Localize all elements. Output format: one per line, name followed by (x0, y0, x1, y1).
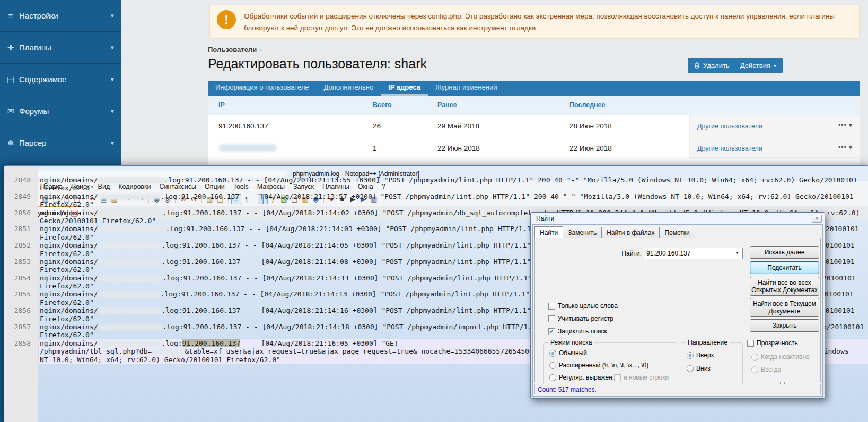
direction-up-radio[interactable]: Вверх (687, 351, 714, 359)
find-all-current-doc-button[interactable]: Найти все в Текущем Документе (750, 298, 819, 317)
match-case-checkbox[interactable]: Учитывать регистр (548, 315, 613, 322)
latest-cell: 22 Июн 2018 (569, 144, 612, 152)
find-field-label: Найти: (612, 250, 642, 257)
breadcrumb-chevron-icon: › (259, 46, 261, 54)
find-status-bar: Count: 517 matches. (534, 384, 821, 394)
chevron-down-icon: ▾ (110, 75, 114, 83)
checkbox-icon (747, 340, 754, 347)
chevron-down-icon: ▾ (110, 12, 114, 20)
whole-word-checkbox[interactable]: Только целые слова (548, 302, 618, 310)
radio-selected-icon (549, 350, 556, 357)
screen: ≡Настройки▾✚Плагины▾▤Содержимое▾✉Форумы▾… (0, 0, 868, 422)
latest-cell: 28 Июн 2018 (569, 122, 612, 130)
sidebar-item-label: Содержимое (19, 75, 67, 84)
breadcrumb-users-link[interactable]: Пользователи (208, 46, 257, 54)
find-dialog-body: НайтиЗаменитьНайти в файлахПометки Найти… (532, 224, 823, 397)
tab-user-info[interactable]: Информация о пользователе (208, 81, 317, 96)
search-mode-group: Режим поиска Обычный Расширенный (\r, \n… (543, 342, 677, 386)
content-icon: ▤ (5, 75, 16, 84)
tab-additional[interactable]: Дополнительно (317, 81, 381, 96)
find-dialog-tab-1[interactable]: Найти (534, 226, 563, 239)
count-button[interactable]: Подсчитать (750, 261, 819, 274)
chevron-down-icon: ▾ (110, 139, 114, 147)
mode-normal-radio[interactable]: Обычный (549, 349, 587, 357)
regex-newlines-checkbox: и новые строки (614, 374, 669, 381)
tab-change-log[interactable]: Журнал изменений (428, 81, 505, 96)
sidebar-item-plugins[interactable]: ✚Плагины▾ (0, 32, 121, 64)
radio-disabled-icon (751, 354, 758, 361)
column-header: Всего (373, 101, 392, 109)
sidebar-item-label: Парсер (19, 138, 47, 147)
admin-tab-bar: Информация о пользователеДополнительноIP… (208, 81, 860, 96)
tab-ip-addresses[interactable]: IP адреса (381, 81, 428, 96)
chevron-down-icon: ▾ (110, 107, 114, 115)
mode-extended-radio[interactable]: Расширенный (\r, \n, \t, \x..., \0) (549, 362, 648, 369)
caret-down-icon: ▾ (774, 63, 776, 68)
radio-icon (549, 362, 556, 369)
redacted-ip (218, 144, 277, 152)
radio-icon (549, 374, 556, 381)
warning-text: Обработчики событий и расширения отключе… (244, 11, 843, 34)
find-next-button[interactable]: Искать далее (750, 246, 819, 259)
other-users-link[interactable]: Другие пользователи (697, 145, 762, 152)
sidebar-item-label: Форумы (19, 107, 49, 116)
wrap-around-checkbox[interactable]: ✓ Зациклить поиск (548, 328, 607, 335)
actions-button-label: Действия (740, 61, 770, 69)
column-header: Последнее (569, 101, 606, 109)
transparency-on-inactive-radio: Когда неактивно (751, 353, 810, 361)
ip-cell[interactable]: 91.200.160.137 (218, 122, 268, 130)
delete-button[interactable]: Удалить (688, 58, 736, 73)
sidebar-item-label: Плагины (19, 43, 51, 52)
table-row: 122 Июн 201822 Июн 2018Другие пользовате… (208, 137, 860, 159)
dialog-close-icon[interactable]: × (812, 215, 822, 223)
chevron-down-icon: ▾ (110, 43, 114, 51)
other-users-link[interactable]: Другие пользователи (697, 122, 762, 130)
find-all-open-docs-button[interactable]: Найти все во всех Открытых Документах (750, 277, 819, 296)
earliest-cell: 29 Май 2018 (437, 122, 479, 130)
sidebar-item-settings[interactable]: ≡Настройки▾ (0, 0, 121, 32)
row-actions-cell: Другие пользователи••• ▾ (689, 115, 860, 137)
parser-icon: ❄ (5, 138, 16, 148)
row-actions-cell: Другие пользователи••• ▾ (689, 137, 860, 159)
earliest-cell: 22 Июн 2018 (437, 144, 480, 152)
column-header: Ранее (437, 101, 457, 109)
table-row: 91.200.160.1372629 Май 201828 Июн 2018Др… (208, 115, 860, 137)
plugins-icon: ✚ (5, 43, 16, 52)
checkbox-checked-icon: ✓ (548, 328, 555, 335)
row-menu-icon[interactable]: ••• ▾ (838, 144, 853, 151)
transparency-checkbox[interactable]: Прозрачность (747, 339, 798, 347)
row-menu-icon[interactable]: ••• ▾ (838, 121, 853, 129)
warning-banner: Обработчики событий и расширения отключе… (209, 5, 860, 39)
radio-icon (687, 365, 694, 372)
warning-icon: ! (217, 10, 236, 29)
checkbox-icon (548, 303, 555, 310)
breadcrumb[interactable]: Пользователи› (208, 46, 261, 54)
ip-cell (218, 144, 277, 153)
trash-icon (694, 62, 700, 69)
checkbox-disabled-icon (614, 374, 621, 381)
settings-icon: ≡ (5, 11, 16, 20)
mode-regex-radio[interactable]: Регуляр. выражен. (549, 374, 614, 381)
close-button[interactable]: Закрыть (750, 319, 819, 332)
delete-button-label: Удалить (703, 61, 730, 69)
count-result-text: Count: 517 matches. (538, 386, 597, 393)
sidebar-item-parser[interactable]: ❄Парсер▾ (0, 127, 121, 159)
radio-selected-icon (687, 352, 694, 359)
total-cell: 26 (373, 122, 381, 130)
sidebar-item-forums[interactable]: ✉Форумы▾ (0, 95, 121, 127)
find-dialog: Найти × НайтиЗаменитьНайти в файлахПомет… (530, 212, 825, 399)
sidebar-item-content[interactable]: ▤Содержимое▾ (0, 64, 121, 95)
direction-down-radio[interactable]: Вниз (687, 365, 711, 372)
direction-group: Направление Вверх Вниз (681, 342, 743, 386)
forums-icon: ✉ (5, 107, 16, 116)
total-cell: 1 (373, 144, 377, 152)
find-input-value: 91.200.160.137 (646, 250, 690, 257)
find-input[interactable]: 91.200.160.137 ▼ (644, 248, 743, 259)
radio-disabled-icon (751, 366, 758, 373)
find-dialog-title: Найти (536, 215, 554, 222)
combo-dropdown-icon[interactable]: ▼ (733, 249, 741, 258)
checkbox-icon (548, 315, 555, 322)
transparency-always-radio: Всегда (751, 366, 781, 373)
actions-button[interactable]: Действия ▾ (734, 58, 783, 73)
sidebar-item-label: Настройки (19, 11, 58, 20)
